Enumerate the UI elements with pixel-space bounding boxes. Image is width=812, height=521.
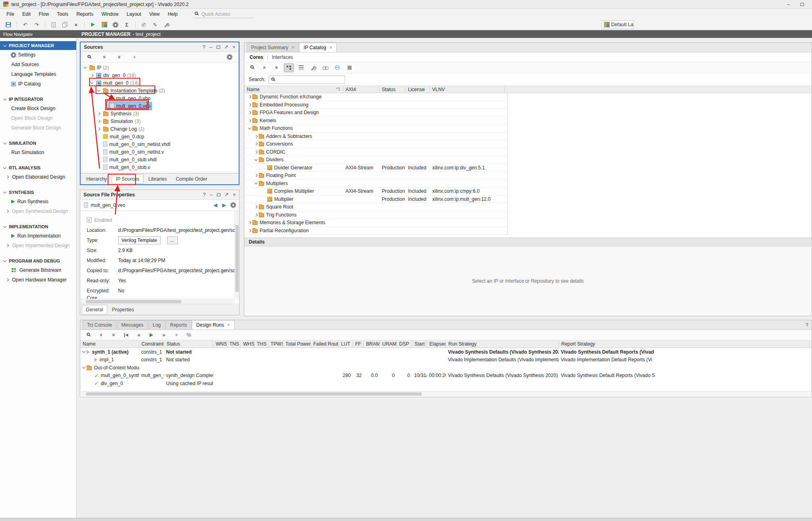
float-icon[interactable]: ↗	[225, 192, 229, 197]
tab-ip-catalog[interactable]: IP Catalog×	[299, 43, 337, 52]
column-header-start[interactable]: Start	[412, 340, 427, 348]
back-icon[interactable]: ◀	[213, 202, 217, 208]
flow-nav-item-open-implemented-design[interactable]: Open Implemented Design	[0, 241, 76, 250]
menu-reports[interactable]: Reports	[72, 10, 97, 19]
close-icon[interactable]: ×	[232, 44, 235, 50]
sources-tree-item-mult-gen-0-sim-netlist-v[interactable]: mult_gen_0_sim_netlist.v	[81, 148, 239, 156]
catalog-row-fpga-features-and-design[interactable]: FPGA Features and Design	[244, 109, 507, 117]
tab-reports[interactable]: Reports	[166, 320, 192, 329]
runs-toolbar-step-first[interactable]	[121, 331, 131, 340]
column-header-ff[interactable]: FF	[353, 340, 364, 348]
sources-toolbar-expand-all[interactable]: »	[115, 53, 125, 62]
catalog-view-tab-interfaces[interactable]: Interfaces	[272, 54, 293, 60]
catalog-toolbar-wrench[interactable]	[308, 63, 318, 72]
column-header-whs[interactable]: WHS	[241, 340, 254, 348]
column-header-uram[interactable]: URAM	[380, 340, 397, 348]
minimize-icon[interactable]: –	[210, 192, 212, 197]
catalog-toolbar-flat-view[interactable]	[296, 63, 306, 72]
flow-nav-item-generate-bitstream[interactable]: Generate Bitstream	[0, 265, 76, 275]
column-header-vlnv[interactable]: VLNV	[430, 86, 505, 93]
close-icon[interactable]: ×	[291, 45, 294, 50]
catalog-row-conversions[interactable]: Conversions	[244, 140, 507, 148]
browse-button[interactable]: …	[167, 236, 178, 244]
sources-tree-item-instantiation-template[interactable]: Instantiation Template(2)	[81, 87, 239, 94]
flow-nav-item-run-simulation[interactable]: Run Simulation	[0, 148, 76, 157]
close-icon[interactable]: ×	[329, 45, 332, 50]
tab-log[interactable]: Log	[148, 320, 165, 329]
sources-tab-ip-sources[interactable]: IP Sources	[112, 174, 143, 184]
toolbar-button-undo[interactable]: ↶	[20, 20, 30, 29]
catalog-toolbar-globe[interactable]	[332, 63, 342, 72]
column-header-total-power[interactable]: Total Power	[283, 340, 311, 348]
properties-vertical-scrollbar[interactable]	[235, 211, 239, 299]
sources-tab-compile-order[interactable]: Compile Order	[172, 174, 211, 184]
type-dropdown[interactable]: Verilog Template	[118, 236, 160, 244]
flow-nav-item-ip-catalog[interactable]: IP Catalog	[0, 79, 76, 89]
column-header-status[interactable]: Status	[164, 340, 213, 348]
runs-toolbar-fast-forward[interactable]: »	[159, 331, 169, 340]
settings-gear-icon[interactable]	[231, 203, 235, 207]
sources-tree-item-ip[interactable]: IP(2)	[81, 64, 239, 71]
catalog-view-tab-cores[interactable]: Cores	[250, 54, 263, 60]
quick-access-search[interactable]: Quick Access	[193, 10, 254, 18]
flow-nav-section-implementation[interactable]: IMPLEMENTATION	[0, 222, 76, 231]
catalog-row-floating-point[interactable]: Floating Point	[244, 172, 507, 180]
sources-tree-item-synthesis[interactable]: Synthesis(3)	[81, 110, 239, 117]
catalog-toolbar-search[interactable]	[248, 63, 258, 72]
menu-file[interactable]: File	[2, 10, 18, 19]
sources-tree-item-mult-gen-0-sim-netlist-vhdl[interactable]: mult_gen_0_sim_netlist.vhdl	[81, 140, 239, 148]
menu-tools[interactable]: Tools	[53, 10, 72, 19]
design-run-row-synth-1-active[interactable]: synth_1 (active)constrs_1Not startedViva…	[80, 348, 812, 356]
design-run-row-impl-1[interactable]: impl_1constrs_1Not startedVivado Impleme…	[80, 356, 812, 364]
flow-nav-item-generate-block-design[interactable]: Generate Block Design	[0, 123, 76, 133]
sources-toolbar-search[interactable]	[85, 53, 95, 62]
toolbar-button-layout-grid[interactable]	[99, 20, 109, 29]
flow-nav-item-run-implementation[interactable]: Run Implementation	[0, 231, 76, 241]
sources-toolbar-add[interactable]: +	[129, 53, 139, 62]
catalog-row-math-functions[interactable]: Math Functions	[244, 125, 507, 133]
question-icon[interactable]: ?	[203, 192, 206, 197]
tab-project-summary[interactable]: Project Summary×	[247, 43, 299, 52]
catalog-row-adders-subtracters[interactable]: Adders & Subtracters	[244, 133, 507, 141]
forward-icon[interactable]: ▶	[222, 202, 226, 208]
catalog-row-dynamic-function-exchange[interactable]: Dynamic Function eXchange	[244, 93, 507, 101]
float-icon[interactable]: ↗	[224, 44, 229, 50]
menu-edit[interactable]: Edit	[18, 10, 35, 19]
column-header-license[interactable]: License	[406, 86, 430, 93]
sources-tree-item-mult-gen-0-dcp[interactable]: mult_gen_0.dcp	[81, 133, 239, 140]
tab-design-runs[interactable]: Design Runs×	[192, 320, 235, 329]
properties-tab-properties[interactable]: Properties	[108, 305, 138, 315]
column-header-lut[interactable]: LUT	[339, 340, 353, 348]
design-run-row-div-gen-0[interactable]: ✓div_gen_0Using cached IP results	[80, 379, 812, 388]
flow-nav-item-create-block-design[interactable]: Create Block Design	[0, 104, 76, 113]
layout-selector-button[interactable]: Default Layou	[602, 20, 634, 29]
catalog-row-complex-multiplier[interactable]: Complex MultiplierAXI4-StreamProductionI…	[244, 188, 507, 196]
catalog-row-trig-functions[interactable]: Trig Functions	[244, 211, 507, 219]
flow-nav-item-run-synthesis[interactable]: Run Synthesis	[0, 197, 76, 206]
toolbar-button-settings-gear[interactable]	[110, 20, 121, 29]
column-header-wns[interactable]: WNS	[213, 340, 227, 348]
column-header-name[interactable]: Name^1	[244, 86, 343, 93]
sources-tree-item-mult-gen-0-vho[interactable]: mult_gen_0.vho	[81, 94, 239, 102]
catalog-row-multiplier[interactable]: MultiplierProductionIncludedxilinx.com:i…	[244, 196, 507, 204]
flow-nav-section-project-manager[interactable]: PROJECT MANAGER	[0, 41, 76, 50]
runs-toolbar-percent[interactable]: %	[184, 331, 194, 340]
catalog-toolbar-expand-all[interactable]: »	[272, 63, 282, 72]
minimize-icon[interactable]: –	[209, 44, 212, 50]
column-header-ths[interactable]: THS	[254, 340, 268, 348]
catalog-row-partial-reconfiguration[interactable]: Partial Reconfiguration	[244, 227, 507, 235]
runs-toolbar-add[interactable]: +	[171, 331, 181, 340]
column-header-name[interactable]: Name	[80, 340, 139, 348]
winsquare-icon[interactable]	[217, 193, 221, 196]
sources-toolbar-collapse-all[interactable]: «	[100, 53, 110, 62]
flow-nav-item-open-hardware-manager[interactable]: Open Hardware Manager	[0, 275, 76, 285]
flow-nav-item-add-sources[interactable]: Add Sources	[0, 60, 76, 69]
toolbar-button-pencil[interactable]: ✎	[150, 20, 160, 29]
tab-tcl-console[interactable]: Tcl Console	[83, 320, 117, 329]
design-run-row-mult-gen-0-synth-1[interactable]: ✓mult_gen_0_synth_1mult_gen_0synth_desig…	[80, 372, 812, 380]
menu-help[interactable]: Help	[164, 10, 182, 19]
flow-nav-section-simulation[interactable]: SIMULATION	[0, 139, 76, 148]
menu-view[interactable]: View	[145, 10, 164, 19]
maximize-window-icon[interactable]	[800, 3, 804, 6]
runs-toolbar-fast-backward[interactable]: «	[134, 331, 144, 340]
